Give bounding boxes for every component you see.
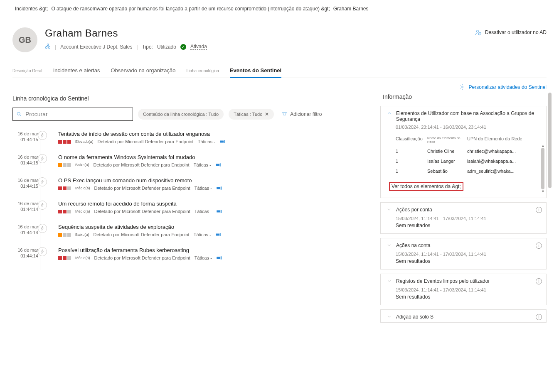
add-filter-button[interactable]: Adicionar filtro [281, 111, 322, 118]
svg-rect-9 [216, 164, 219, 166]
timeline-item[interactable]: 16 de mar01:44:15 O nome da ferramenta W… [43, 154, 373, 177]
svg-point-3 [476, 30, 478, 32]
filter-pill-tactics-label: Táticas : Tudo [234, 112, 262, 117]
timeline-item[interactable]: 16 de mar01:44:15 Tentativa de início de… [43, 131, 373, 154]
timeline-item-title: Tentativa de início de sessão com conta … [58, 131, 373, 137]
peers-table: Classificação Nome do Elemento da Rede U… [396, 134, 540, 176]
tactics-label: Táticas - [194, 232, 211, 237]
filter-pill-content[interactable]: Conteúdo da linha cronológica : Tudo [138, 109, 224, 120]
timeline-section-title: Linha cronológica do Sentinel [12, 95, 373, 102]
timeline-item[interactable]: 16 de mar01:44:14 Possível utilização da… [43, 247, 373, 270]
svg-rect-14 [220, 210, 222, 213]
info-icon[interactable]: i [536, 243, 542, 249]
tab-overview[interactable]: Descrição Geral [12, 64, 42, 78]
tactic-icon [216, 186, 222, 191]
info-section-title: Informação [383, 93, 547, 100]
card-range: 15/03/2024, 11:14:41 - 17/03/2024, 11:14… [396, 252, 540, 257]
chevron-up-icon[interactable] [387, 110, 392, 117]
disable-user-button[interactable]: Desativar o utilizador no AD [475, 29, 547, 36]
tactic-icon [215, 162, 222, 167]
col-rank: Classificação [396, 136, 425, 144]
svg-rect-7 [220, 141, 224, 143]
severity-label: Baixo(a) [75, 163, 89, 167]
tactics-label: Táticas - [195, 209, 212, 214]
crumb-incident[interactable]: O ataque de ransomware operado por human… [51, 6, 330, 12]
timeline-item[interactable]: 16 de mar01:44:15 O PS Exec lançou um co… [43, 177, 373, 201]
bolt-icon [38, 224, 47, 233]
customize-activities-button[interactable]: Personalizar atividades do Sentinel [459, 84, 547, 90]
chevron-down-icon[interactable] [387, 207, 392, 213]
timeline-item[interactable]: 16 de mar01:44:14 Um recurso remoto foi … [43, 201, 373, 224]
tactic-icon [219, 139, 226, 144]
info-icon[interactable]: i [536, 314, 542, 320]
svg-rect-10 [219, 163, 221, 167]
tactic-icon [216, 255, 222, 260]
tab-observed[interactable]: Observado na organização [111, 64, 175, 78]
tab-timeline[interactable]: Linha cronológica [187, 64, 219, 78]
severity-label: Elevado(a) [75, 140, 94, 144]
chevron-down-icon[interactable] [387, 243, 392, 249]
tab-incidents[interactable]: Incidentes e alertas [53, 64, 100, 78]
tactics-label: Táticas - [198, 139, 215, 144]
bolt-icon [38, 154, 47, 163]
panel-scrollbar[interactable] [548, 93, 552, 327]
timeline-item-title: Possível utilização da ferramenta Rubes … [58, 247, 373, 253]
card-event-logs-cleared: i Registos de Eventos limpos pelo utiliz… [380, 274, 547, 305]
org-icon [45, 43, 51, 50]
crumb-entity: Graham Barnes [333, 6, 369, 12]
svg-rect-1 [46, 47, 47, 49]
card-title: Ações na conta [396, 243, 540, 248]
entity-header: GB Graham Barnes | Account Executive J D… [12, 15, 547, 61]
info-icon[interactable]: i [536, 278, 542, 284]
timeline-item-title: O PS Exec lançou um comando num disposit… [58, 177, 373, 184]
tactic-icon [215, 232, 222, 237]
card-title: Registos de Eventos limpos pelo utilizad… [396, 278, 540, 284]
bolt-icon [38, 247, 47, 256]
chevron-down-icon[interactable] [387, 314, 392, 321]
timeline-timestamp: 16 de mar01:44:14 [2, 224, 38, 236]
add-filter-label: Adicionar filtro [290, 111, 322, 117]
detected-by: Detetado por Microsoft Defender para End… [94, 162, 190, 167]
card-result: Sem resultados [396, 223, 540, 228]
detected-by: Detetado por Microsoft Defender para End… [94, 186, 190, 191]
card-actions-by-account: i Ações por conta 15/03/2024, 11:14:41 -… [380, 202, 547, 234]
filter-pill-tactics[interactable]: Táticas : Tudo ✕ [229, 109, 274, 120]
svg-rect-11 [217, 187, 220, 189]
detected-by: Detetado por Microsoft Defender para End… [94, 232, 190, 237]
search-icon [16, 111, 22, 117]
card-range: 15/03/2024, 11:14:41 - 17/03/2024, 11:14… [396, 287, 540, 292]
search-box[interactable] [12, 108, 133, 121]
detected-by: Detetado por Microsoft Defender para End… [94, 255, 190, 260]
inner-scrollbar[interactable]: ▲▼ [541, 144, 544, 194]
crumb-root[interactable]: Incidentes &gt; [15, 6, 48, 12]
table-row[interactable]: 1Christie Clinechristiec@whakapapa... [396, 146, 540, 156]
card-user-peers-range: 01/03/2024, 23:14:41 - 16/03/2024, 23:14… [396, 125, 540, 130]
card-actions-on-account: i Ações na conta 15/03/2024, 11:14:41 - … [380, 238, 547, 270]
avatar: GB [12, 27, 37, 52]
card-range: 15/03/2024, 11:14:41 - 17/03/2024, 11:14… [396, 216, 540, 221]
svg-point-6 [17, 112, 20, 115]
tactics-label: Táticas - [195, 255, 212, 260]
svg-rect-0 [47, 44, 49, 46]
svg-rect-13 [217, 211, 220, 213]
table-row[interactable]: 1Isaías Langerisaiahl@whakapapa.a... [396, 156, 540, 166]
severity-indicator [58, 233, 71, 237]
svg-rect-17 [217, 257, 220, 259]
timeline-item[interactable]: 16 de mar01:44:14 Sequência suspeita de … [43, 224, 373, 247]
table-row[interactable]: 1Sebastiãoadm_seullric@whaka... [396, 166, 540, 176]
disable-user-label: Desativar o utilizador no AD [485, 29, 547, 35]
svg-rect-2 [49, 47, 50, 49]
close-icon[interactable]: ✕ [265, 111, 269, 117]
search-input[interactable] [25, 110, 129, 118]
entity-type-value: Utilizado [157, 44, 176, 50]
severity-label: Baixo(a) [75, 233, 89, 237]
entity-status[interactable]: Ativada [190, 44, 207, 50]
tab-sentinel-events[interactable]: Eventos do Sentinel [230, 64, 281, 78]
view-all-peers-link[interactable]: Ver todos os elementos da &gt; [389, 182, 463, 191]
info-icon[interactable]: i [536, 207, 542, 213]
timeline-timestamp: 16 de mar01:44:14 [2, 247, 38, 259]
severity-label: Médio(a) [75, 209, 90, 213]
severity-label: Médio(a) [75, 256, 90, 260]
gear-icon [459, 84, 465, 90]
chevron-down-icon[interactable] [387, 278, 392, 285]
